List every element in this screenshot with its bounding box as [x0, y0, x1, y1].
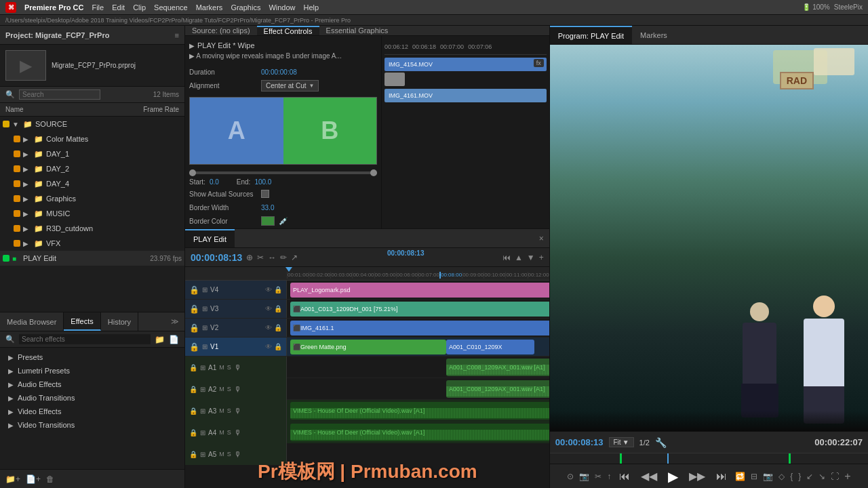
- to-next-edit-btn[interactable]: ⏭: [713, 469, 730, 484]
- effect-lumetri[interactable]: ▶ Lumetri Presets: [0, 364, 184, 378]
- a4-m-btn[interactable]: M: [219, 429, 224, 436]
- timeline-timecode[interactable]: 00:00:08:13: [191, 252, 242, 263]
- eye-icon[interactable]: 👁: [265, 324, 272, 331]
- clip-a-bar[interactable]: IMG_4154.MOV: [384, 58, 547, 71]
- new-folder-icon[interactable]: 📁: [155, 335, 165, 344]
- tree-item-vfx[interactable]: ▶ 📁 VFX: [0, 236, 184, 251]
- alignment-dropdown[interactable]: Center at Cut ▼: [261, 80, 319, 92]
- a4-s-btn[interactable]: S: [227, 429, 231, 436]
- effect-audio-effects[interactable]: ▶ Audio Effects: [0, 378, 184, 391]
- menu-edit[interactable]: Edit: [112, 3, 125, 12]
- pen-icon[interactable]: ✏: [280, 253, 287, 262]
- sync-icon[interactable]: ⊞: [200, 429, 205, 436]
- a3-m-btn[interactable]: M: [219, 407, 224, 414]
- eye-icon[interactable]: 👁: [265, 286, 272, 293]
- lock-icon[interactable]: 🔒: [274, 343, 282, 350]
- panel-menu-icon[interactable]: ≡: [175, 31, 179, 39]
- play-icon[interactable]: ▶: [189, 42, 195, 49]
- effects-search-input[interactable]: [19, 334, 151, 344]
- export-frame-icon[interactable]: 📷: [763, 472, 773, 481]
- border-color-swatch[interactable]: [261, 216, 275, 226]
- a1-m-btn[interactable]: M: [219, 364, 224, 371]
- monitor-timecode[interactable]: 00:00:08:13: [555, 437, 604, 447]
- audio-clip-a2[interactable]: A001_C008_1209AX_001.wav [A1]: [446, 380, 549, 398]
- project-search-input[interactable]: [19, 89, 100, 100]
- menu-help[interactable]: Help: [304, 3, 319, 12]
- cameras-icon[interactable]: 📷: [579, 472, 589, 481]
- tree-item-colormattes[interactable]: ▶ 📁 Color Mattes: [0, 131, 184, 146]
- new-bin-btn[interactable]: 📁+: [5, 474, 20, 484]
- timeline-tab-play-edit[interactable]: PLAY Edit: [185, 229, 235, 247]
- effect-video-effects[interactable]: ▶ Video Effects: [0, 405, 184, 418]
- project-search-bar[interactable]: 🔍 12 Items: [0, 87, 184, 103]
- a3-s-btn[interactable]: S: [227, 407, 231, 414]
- out-btn[interactable]: }: [798, 472, 801, 481]
- lock-icon[interactable]: 🔒: [189, 407, 197, 415]
- effect-audio-transitions[interactable]: ▶ Audio Transitions: [0, 391, 184, 405]
- track-visibility-icon[interactable]: 🔒: [189, 285, 199, 295]
- lock-icon[interactable]: 🔒: [189, 386, 197, 393]
- sync-icon[interactable]: ⊞: [200, 386, 205, 393]
- lift-icon[interactable]: ↑: [607, 472, 611, 481]
- sync-icon[interactable]: ⊞: [202, 343, 208, 350]
- marker-btn[interactable]: ◇: [778, 472, 785, 481]
- a5-s-btn[interactable]: S: [227, 451, 231, 458]
- sync-icon[interactable]: ⊞: [202, 305, 208, 312]
- clip-a001-c013[interactable]: ⬛ A001_C013_1209DH_001 [75.21%]: [290, 302, 549, 317]
- lock-icon[interactable]: 🔒: [274, 305, 282, 312]
- menu-clip[interactable]: Clip: [133, 3, 146, 12]
- loop-icon[interactable]: 🔁: [735, 472, 745, 481]
- slip-icon[interactable]: ↔: [268, 253, 276, 262]
- eyedropper-icon[interactable]: 💉: [279, 217, 288, 226]
- clip-img4161[interactable]: ⬛ IMG_4161.1: [290, 321, 549, 336]
- eye-icon[interactable]: 👁: [265, 343, 272, 350]
- menu-sequence[interactable]: Sequence: [154, 3, 188, 12]
- audio-clip-a1[interactable]: A001_C008_1209AX_001.wav [A1]: [446, 359, 549, 376]
- menu-markers[interactable]: Markers: [196, 3, 223, 12]
- monitor-ruler[interactable]: [550, 453, 868, 464]
- show-sources-checkbox[interactable]: [261, 190, 269, 198]
- tab-effect-controls[interactable]: Effect Controls: [257, 26, 319, 35]
- clip-green-matte[interactable]: ⬛ Green Matte.png: [290, 340, 446, 354]
- lock-icon[interactable]: 🔒: [274, 286, 282, 293]
- lock-icon[interactable]: 🔒: [189, 364, 197, 371]
- eye-icon[interactable]: 👁: [265, 305, 272, 312]
- end-value[interactable]: 100.0: [254, 178, 271, 186]
- shuttle-icon[interactable]: ⊙: [567, 472, 574, 481]
- tab-media-browser[interactable]: Media Browser: [0, 312, 64, 331]
- delete-btn[interactable]: 🗑: [46, 474, 54, 484]
- tree-item-music[interactable]: ▶ 📁 MUSIC: [0, 206, 184, 221]
- lock-icon[interactable]: 🔒: [189, 451, 197, 458]
- sync-icon[interactable]: ⊞: [200, 364, 205, 371]
- sync-icon[interactable]: ⊞: [202, 324, 208, 331]
- arrow-icon[interactable]: ↗: [291, 253, 298, 262]
- audio-clip-a3[interactable]: VIMES - House Of Deer (Official Video).w…: [290, 402, 549, 420]
- tree-item-play-edit[interactable]: ■ PLAY Edit 23.976 fps: [0, 251, 184, 266]
- step-fwd-btn[interactable]: ▶▶: [686, 468, 708, 484]
- tree-item-source[interactable]: ▼ 📁 SOURCE: [0, 117, 184, 131]
- step-back-btn[interactable]: ◀◀: [638, 468, 660, 484]
- effects-search-bar[interactable]: 🔍 📁 📄: [0, 331, 184, 348]
- a2-s-btn[interactable]: S: [227, 386, 231, 392]
- tree-item-day2[interactable]: ▶ 📁 DAY_2: [0, 161, 184, 176]
- play-icon-small[interactable]: ▶: [189, 52, 195, 60]
- sync-icon[interactable]: ⊞: [200, 407, 205, 415]
- a5-m-btn[interactable]: M: [219, 451, 224, 458]
- effect-presets[interactable]: ▶ Presets: [0, 350, 184, 364]
- trim-icon[interactable]: ✂: [595, 472, 601, 481]
- razor-icon[interactable]: ✂: [257, 253, 264, 262]
- fullscreen-btn[interactable]: ⛶: [831, 472, 839, 481]
- new-item-btn[interactable]: 📄+: [26, 474, 41, 484]
- lock-icon[interactable]: 🔒: [189, 304, 199, 314]
- menu-graphics[interactable]: Graphics: [231, 3, 260, 12]
- overwrite-btn[interactable]: ↘: [818, 472, 825, 481]
- border-width-value[interactable]: 33.0: [261, 204, 274, 211]
- panel-menu-btn[interactable]: ≫: [165, 317, 184, 326]
- a1-s-btn[interactable]: S: [227, 364, 231, 371]
- tree-item-day1[interactable]: ▶ 📁 DAY_1: [0, 146, 184, 161]
- play-pause-btn[interactable]: ▶: [665, 467, 681, 486]
- duration-value[interactable]: 00:00:00:08: [261, 68, 297, 76]
- lock-icon[interactable]: 🔒: [274, 324, 282, 331]
- wrench-icon[interactable]: 🔧: [655, 437, 667, 448]
- menu-file[interactable]: File: [92, 3, 104, 12]
